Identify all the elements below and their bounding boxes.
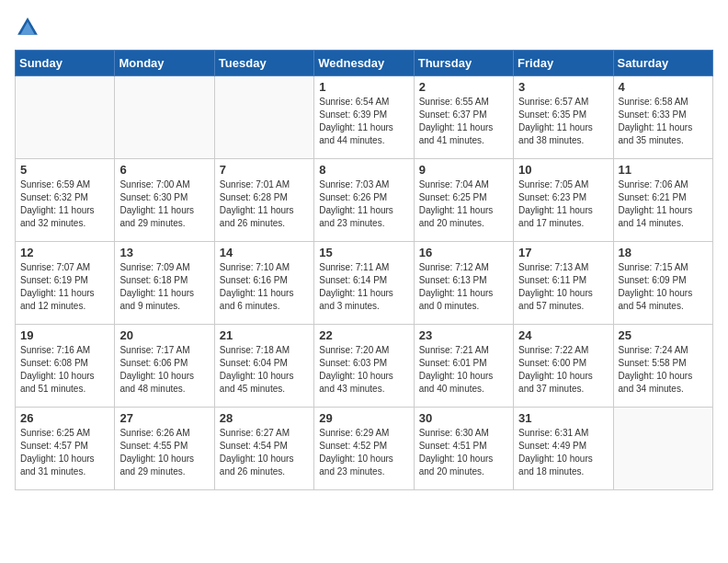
week-row-3: 19Sunrise: 7:16 AM Sunset: 6:08 PM Dayli… bbox=[16, 325, 713, 408]
calendar-cell: 6Sunrise: 7:00 AM Sunset: 6:30 PM Daylig… bbox=[115, 159, 214, 242]
day-info: Sunrise: 6:26 AM Sunset: 4:55 PM Dayligh… bbox=[119, 427, 209, 478]
day-number: 29 bbox=[319, 411, 408, 425]
weekday-header-row: SundayMondayTuesdayWednesdayThursdayFrid… bbox=[16, 51, 713, 76]
day-number: 5 bbox=[20, 163, 109, 177]
calendar-cell: 1Sunrise: 6:54 AM Sunset: 6:39 PM Daylig… bbox=[314, 76, 414, 159]
day-info: Sunrise: 7:10 AM Sunset: 6:16 PM Dayligh… bbox=[220, 261, 309, 313]
day-number: 20 bbox=[119, 328, 209, 342]
calendar-cell: 25Sunrise: 7:24 AM Sunset: 5:58 PM Dayli… bbox=[613, 325, 712, 408]
calendar-cell bbox=[16, 76, 115, 159]
logo bbox=[15, 15, 44, 40]
day-number: 27 bbox=[119, 411, 209, 425]
day-info: Sunrise: 6:58 AM Sunset: 6:33 PM Dayligh… bbox=[619, 96, 708, 147]
calendar-cell: 23Sunrise: 7:21 AM Sunset: 6:01 PM Dayli… bbox=[414, 325, 513, 408]
day-number: 23 bbox=[419, 328, 508, 342]
calendar-cell: 3Sunrise: 6:57 AM Sunset: 6:35 PM Daylig… bbox=[514, 76, 613, 159]
day-info: Sunrise: 7:24 AM Sunset: 5:58 PM Dayligh… bbox=[619, 344, 708, 396]
day-info: Sunrise: 7:04 AM Sunset: 6:25 PM Dayligh… bbox=[419, 178, 508, 230]
day-info: Sunrise: 7:17 AM Sunset: 6:06 PM Dayligh… bbox=[119, 344, 209, 396]
day-number: 15 bbox=[319, 246, 408, 259]
day-info: Sunrise: 6:31 AM Sunset: 4:49 PM Dayligh… bbox=[518, 427, 608, 478]
day-info: Sunrise: 7:00 AM Sunset: 6:30 PM Dayligh… bbox=[119, 178, 209, 230]
week-row-2: 12Sunrise: 7:07 AM Sunset: 6:19 PM Dayli… bbox=[16, 242, 713, 325]
day-number: 12 bbox=[20, 246, 109, 259]
calendar-cell: 24Sunrise: 7:22 AM Sunset: 6:00 PM Dayli… bbox=[514, 325, 613, 408]
calendar-table: SundayMondayTuesdayWednesdayThursdayFrid… bbox=[15, 50, 713, 490]
day-info: Sunrise: 7:11 AM Sunset: 6:14 PM Dayligh… bbox=[319, 261, 408, 313]
weekday-header-sunday: Sunday bbox=[16, 51, 115, 76]
day-number: 17 bbox=[518, 246, 608, 259]
header bbox=[15, 15, 713, 40]
day-info: Sunrise: 7:20 AM Sunset: 6:03 PM Dayligh… bbox=[319, 344, 408, 396]
day-number: 7 bbox=[220, 163, 309, 177]
calendar-cell: 7Sunrise: 7:01 AM Sunset: 6:28 PM Daylig… bbox=[214, 159, 313, 242]
day-info: Sunrise: 7:06 AM Sunset: 6:21 PM Dayligh… bbox=[619, 178, 708, 230]
day-number: 18 bbox=[619, 246, 708, 259]
day-number: 6 bbox=[119, 163, 209, 177]
day-number: 1 bbox=[319, 80, 408, 94]
day-number: 9 bbox=[419, 163, 508, 177]
day-info: Sunrise: 6:30 AM Sunset: 4:51 PM Dayligh… bbox=[419, 427, 508, 478]
calendar-cell: 31Sunrise: 6:31 AM Sunset: 4:49 PM Dayli… bbox=[514, 408, 613, 490]
calendar-cell: 17Sunrise: 7:13 AM Sunset: 6:11 PM Dayli… bbox=[514, 242, 613, 325]
day-number: 21 bbox=[220, 328, 309, 342]
day-info: Sunrise: 7:13 AM Sunset: 6:11 PM Dayligh… bbox=[518, 261, 608, 313]
calendar-cell: 21Sunrise: 7:18 AM Sunset: 6:04 PM Dayli… bbox=[214, 325, 313, 408]
calendar-cell: 4Sunrise: 6:58 AM Sunset: 6:33 PM Daylig… bbox=[613, 76, 712, 159]
day-info: Sunrise: 6:25 AM Sunset: 4:57 PM Dayligh… bbox=[20, 427, 109, 478]
day-number: 22 bbox=[319, 328, 408, 342]
day-info: Sunrise: 6:54 AM Sunset: 6:39 PM Dayligh… bbox=[319, 96, 408, 147]
day-number: 11 bbox=[619, 163, 708, 177]
day-number: 8 bbox=[319, 163, 408, 177]
day-info: Sunrise: 7:03 AM Sunset: 6:26 PM Dayligh… bbox=[319, 178, 408, 230]
day-number: 25 bbox=[619, 328, 708, 342]
day-info: Sunrise: 6:27 AM Sunset: 4:54 PM Dayligh… bbox=[220, 427, 309, 478]
day-number: 16 bbox=[419, 246, 508, 259]
day-number: 28 bbox=[220, 411, 309, 425]
day-info: Sunrise: 7:18 AM Sunset: 6:04 PM Dayligh… bbox=[220, 344, 309, 396]
day-number: 13 bbox=[119, 246, 209, 259]
calendar-cell: 28Sunrise: 6:27 AM Sunset: 4:54 PM Dayli… bbox=[214, 408, 313, 490]
calendar-cell: 10Sunrise: 7:05 AM Sunset: 6:23 PM Dayli… bbox=[514, 159, 613, 242]
day-number: 2 bbox=[419, 80, 508, 94]
calendar-cell bbox=[115, 76, 214, 159]
weekday-header-tuesday: Tuesday bbox=[214, 51, 313, 76]
day-number: 4 bbox=[619, 80, 708, 94]
day-number: 19 bbox=[20, 328, 109, 342]
day-info: Sunrise: 7:05 AM Sunset: 6:23 PM Dayligh… bbox=[518, 178, 608, 230]
day-info: Sunrise: 7:07 AM Sunset: 6:19 PM Dayligh… bbox=[20, 261, 109, 313]
logo-icon bbox=[15, 15, 40, 40]
calendar-cell: 12Sunrise: 7:07 AM Sunset: 6:19 PM Dayli… bbox=[16, 242, 115, 325]
week-row-0: 1Sunrise: 6:54 AM Sunset: 6:39 PM Daylig… bbox=[16, 76, 713, 159]
calendar-cell: 9Sunrise: 7:04 AM Sunset: 6:25 PM Daylig… bbox=[414, 159, 513, 242]
day-info: Sunrise: 6:55 AM Sunset: 6:37 PM Dayligh… bbox=[419, 96, 508, 147]
calendar-cell: 13Sunrise: 7:09 AM Sunset: 6:18 PM Dayli… bbox=[115, 242, 214, 325]
calendar-cell: 16Sunrise: 7:12 AM Sunset: 6:13 PM Dayli… bbox=[414, 242, 513, 325]
day-number: 3 bbox=[518, 80, 608, 94]
day-number: 24 bbox=[518, 328, 608, 342]
weekday-header-monday: Monday bbox=[115, 51, 214, 76]
day-info: Sunrise: 7:01 AM Sunset: 6:28 PM Dayligh… bbox=[220, 178, 309, 230]
day-info: Sunrise: 7:22 AM Sunset: 6:00 PM Dayligh… bbox=[518, 344, 608, 396]
calendar-cell: 5Sunrise: 6:59 AM Sunset: 6:32 PM Daylig… bbox=[16, 159, 115, 242]
calendar-cell: 26Sunrise: 6:25 AM Sunset: 4:57 PM Dayli… bbox=[16, 408, 115, 490]
calendar-cell: 19Sunrise: 7:16 AM Sunset: 6:08 PM Dayli… bbox=[16, 325, 115, 408]
calendar-cell: 14Sunrise: 7:10 AM Sunset: 6:16 PM Dayli… bbox=[214, 242, 313, 325]
weekday-header-thursday: Thursday bbox=[414, 51, 513, 76]
weekday-header-friday: Friday bbox=[514, 51, 613, 76]
weekday-header-saturday: Saturday bbox=[613, 51, 712, 76]
day-info: Sunrise: 7:09 AM Sunset: 6:18 PM Dayligh… bbox=[119, 261, 209, 313]
day-info: Sunrise: 7:15 AM Sunset: 6:09 PM Dayligh… bbox=[619, 261, 708, 313]
day-number: 14 bbox=[220, 246, 309, 259]
day-number: 31 bbox=[518, 411, 608, 425]
week-row-4: 26Sunrise: 6:25 AM Sunset: 4:57 PM Dayli… bbox=[16, 408, 713, 490]
calendar-cell: 8Sunrise: 7:03 AM Sunset: 6:26 PM Daylig… bbox=[314, 159, 414, 242]
day-info: Sunrise: 6:59 AM Sunset: 6:32 PM Dayligh… bbox=[20, 178, 109, 230]
day-info: Sunrise: 7:16 AM Sunset: 6:08 PM Dayligh… bbox=[20, 344, 109, 396]
calendar-cell: 18Sunrise: 7:15 AM Sunset: 6:09 PM Dayli… bbox=[613, 242, 712, 325]
calendar-cell: 2Sunrise: 6:55 AM Sunset: 6:37 PM Daylig… bbox=[414, 76, 513, 159]
calendar-cell: 30Sunrise: 6:30 AM Sunset: 4:51 PM Dayli… bbox=[414, 408, 513, 490]
week-row-1: 5Sunrise: 6:59 AM Sunset: 6:32 PM Daylig… bbox=[16, 159, 713, 242]
day-number: 30 bbox=[419, 411, 508, 425]
calendar-cell: 15Sunrise: 7:11 AM Sunset: 6:14 PM Dayli… bbox=[314, 242, 414, 325]
